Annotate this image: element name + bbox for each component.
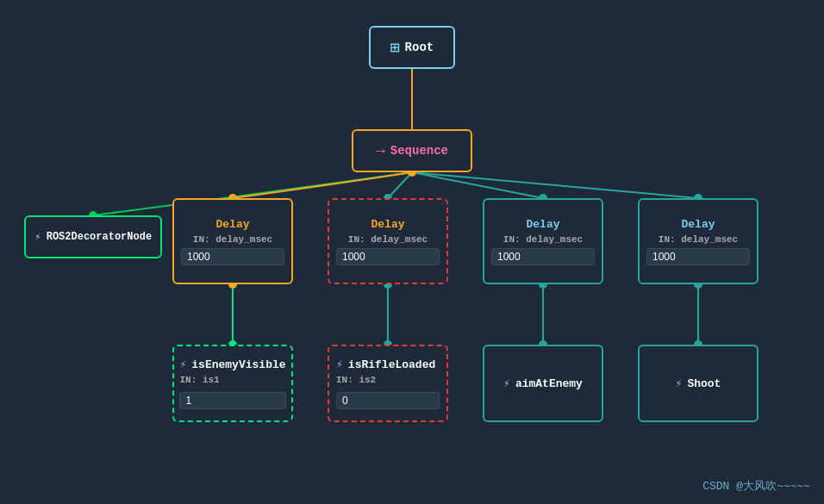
delay4-title: Delay — [681, 218, 715, 231]
action2-input-label: IN: is2 — [336, 375, 440, 385]
bolt-icon-decorator: ⚡ — [34, 230, 41, 244]
action1-name: isEnemyVisible — [191, 358, 285, 371]
action4-name: Shoot — [687, 377, 721, 390]
delay1-value[interactable] — [181, 248, 284, 265]
delay2-value[interactable] — [336, 248, 440, 265]
delay2-title: Delay — [371, 218, 404, 231]
delay1-title: Delay — [215, 218, 249, 231]
action1-input-label: IN: is1 — [179, 375, 285, 385]
delay2-input-label: IN: delay_msec — [348, 234, 428, 245]
network-icon: ⊞ — [390, 38, 400, 57]
action-node-4: ⚡ Shoot — [638, 345, 758, 422]
delay3-value[interactable] — [491, 248, 595, 265]
action3-name-row: ⚡ aimAtEnemy — [503, 376, 583, 390]
delay-node-1: Delay IN: delay_msec — [172, 198, 293, 284]
action2-name: isRifleLoaded — [348, 358, 435, 371]
bolt-icon-action3: ⚡ — [503, 376, 510, 390]
sequence-node: → Sequence — [352, 129, 472, 172]
delay-node-2: Delay IN: delay_msec — [328, 198, 448, 284]
root-label: Root — [405, 40, 434, 54]
sequence-label: Sequence — [390, 144, 448, 158]
bolt-icon-action1: ⚡ — [179, 358, 186, 371]
action-node-2: ⚡ isRifleLoaded IN: is2 — [328, 345, 448, 422]
bolt-icon-action2: ⚡ — [336, 358, 343, 371]
arrow-icon: → — [376, 142, 385, 159]
delay-node-3: Delay IN: delay_msec — [483, 198, 603, 284]
decorator-node: ⚡ ROS2DecoratorNode — [24, 215, 162, 258]
bolt-icon-action4: ⚡ — [676, 376, 683, 390]
delay3-input-label: IN: delay_msec — [503, 234, 583, 245]
delay4-input-label: IN: delay_msec — [659, 234, 738, 245]
action-node-1: ⚡ isEnemyVisible IN: is1 — [172, 345, 293, 422]
watermark: CSDN @大风吹~~~~~ — [702, 478, 810, 494]
action-node-3: ⚡ aimAtEnemy — [483, 345, 603, 422]
action1-name-row: ⚡ isEnemyVisible — [179, 358, 285, 371]
root-node: ⊞ Root — [369, 26, 455, 69]
canvas: ⊞ Root → Sequence ⚡ ROS2DecoratorNode De… — [0, 0, 824, 504]
action3-name: aimAtEnemy — [515, 377, 583, 390]
action1-value[interactable] — [179, 392, 285, 409]
delay3-title: Delay — [526, 218, 559, 231]
delay-node-4: Delay IN: delay_msec — [638, 198, 758, 284]
decorator-label: ROS2DecoratorNode — [47, 231, 152, 243]
delay1-input-label: IN: delay_msec — [193, 234, 272, 245]
action4-name-row: ⚡ Shoot — [676, 376, 721, 390]
delay4-value[interactable] — [646, 248, 750, 265]
action2-value[interactable] — [336, 392, 440, 409]
svg-line-1 — [388, 172, 412, 198]
action2-name-row: ⚡ isRifleLoaded — [336, 358, 440, 371]
